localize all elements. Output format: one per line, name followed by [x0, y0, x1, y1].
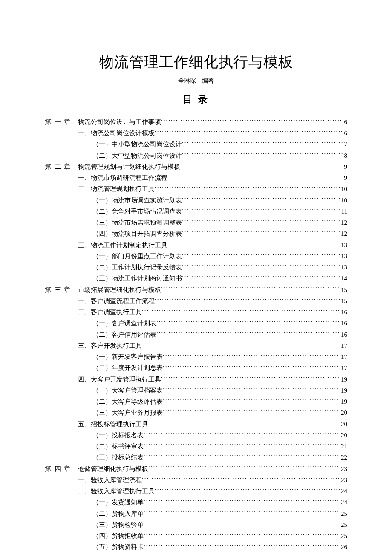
toc-leader-dots — [182, 218, 340, 225]
toc-entry-text: 一、验收入库管理流程 — [78, 474, 142, 486]
toc-entry[interactable]: 第二章物流管理规划与计划细化执行与模板9 — [45, 161, 347, 172]
toc-entry[interactable]: （五）货物资料卡26 — [45, 541, 347, 552]
toc-entry[interactable]: （三）物流工作计划商讨通知书14 — [45, 273, 347, 284]
toc-entry[interactable]: 第三章市场拓展管理细化执行与模板15 — [45, 284, 347, 295]
toc-entry[interactable]: （三）货物检验单25 — [45, 519, 347, 530]
toc-entry[interactable]: 二、验收入库管理执行工具24 — [45, 486, 347, 497]
toc-leader-dots — [148, 465, 340, 471]
toc-entry-text: （一）部门月份重点工作计划表 — [92, 251, 182, 262]
toc-page-number: 25 — [341, 530, 347, 541]
toc-page-number: 11 — [341, 206, 347, 217]
toc-entry[interactable]: （一）中小型物流公司岗位设计7 — [45, 139, 347, 150]
toc-entry-text: （二）大中型物流公司岗位设计 — [92, 150, 182, 161]
document-page: 物流管理工作细化执行与模板 全琳琛 编著 目 录 第一章物流公司岗位设计与工作事… — [0, 0, 392, 555]
toc-page-number: 8 — [344, 150, 348, 161]
toc-page-number: 20 — [341, 407, 347, 418]
toc-leader-dots — [182, 151, 343, 158]
toc-entry-text: 三、物流工作计划制定执行工具 — [78, 240, 167, 251]
toc-page-number: 7 — [344, 139, 348, 150]
toc-leader-dots — [144, 520, 340, 527]
toc-entry-text: （一）物流市场调查实施计划表 — [92, 195, 182, 206]
toc-entry-text: （三）物流工作计划商讨通知书 — [92, 273, 182, 284]
toc-leader-dots — [182, 207, 340, 214]
toc-page-number: 24 — [341, 497, 347, 508]
toc-entry-text: 一、物流市场调研流程工作流程 — [78, 172, 167, 183]
toc-entry[interactable]: 二、客户调查执行工具16 — [45, 306, 347, 318]
toc-entry[interactable]: （三）物流市场需求预测调整表12 — [45, 217, 347, 228]
toc-entry[interactable]: （一）新开发客户报告表17 — [45, 351, 347, 362]
toc-entry[interactable]: （一）物流市场调查实施计划表10 — [45, 195, 347, 206]
toc-page-number: 6 — [344, 127, 348, 139]
toc-entry[interactable]: 一、客户调查流程工作流程15 — [45, 295, 347, 306]
toc-leader-dots — [155, 487, 340, 493]
toc-page-number: 10 — [341, 195, 347, 206]
toc-page-number: 21 — [341, 441, 347, 452]
toc-entry[interactable]: （四）货物拒收单25 — [45, 530, 347, 541]
toc-heading: 目 录 — [45, 93, 347, 106]
toc-page-number: 23 — [341, 474, 347, 486]
toc-entry-text: （二）竞争对手市场情况调查表 — [92, 206, 182, 217]
toc-entry[interactable]: 五、招投标管理执行工具20 — [45, 419, 347, 430]
toc-leader-dots — [182, 263, 340, 269]
toc-entry[interactable]: （一）发货通知单24 — [45, 497, 347, 508]
toc-entry-text: （二）年度开发计划总表 — [92, 362, 163, 373]
toc-entry-text: （一）投标报名表 — [92, 430, 144, 441]
toc-entry[interactable]: （一）投标报名表20 — [45, 430, 347, 441]
document-author: 全琳琛 编著 — [45, 77, 347, 85]
toc-entry[interactable]: （二）大中型物流公司岗位设计8 — [45, 150, 347, 161]
toc-entry-text: （二）客户信用评估表 — [92, 329, 156, 340]
toc-page-number: 13 — [341, 251, 347, 262]
toc-page-number: 20 — [341, 430, 347, 441]
toc-entry[interactable]: 一、验收入库管理流程23 — [45, 474, 347, 486]
toc-entry-text: 四、大客户开发管理执行工具 — [78, 374, 161, 385]
toc-entry[interactable]: 第四章仓储管理细化执行与模板23 — [45, 463, 347, 474]
toc-entry-text: 三、客户开发执行工具 — [78, 340, 142, 351]
toc-leader-dots — [156, 330, 340, 337]
toc-leader-dots — [163, 386, 340, 393]
toc-entry[interactable]: 四、大客户开发管理执行工具19 — [45, 374, 347, 385]
toc-page-number: 25 — [341, 519, 347, 530]
toc-leader-dots — [144, 509, 340, 516]
toc-leader-dots — [167, 241, 340, 247]
toc-entry[interactable]: （二）竞争对手市场情况调查表11 — [45, 206, 347, 217]
toc-page-number: 14 — [341, 273, 347, 284]
toc-leader-dots — [182, 274, 340, 280]
toc-entry[interactable]: （三）大客户业务月报表20 — [45, 407, 347, 418]
toc-leader-dots — [163, 364, 340, 370]
toc-entry-text: （三）货物检验单 — [92, 519, 144, 530]
toc-entry[interactable]: 二、物流管理规划执行工具10 — [45, 183, 347, 194]
toc-entry-text: 二、验收入库管理执行工具 — [78, 486, 155, 497]
toc-entry[interactable]: （四）物流项目开拓调查分析表12 — [45, 228, 347, 239]
toc-page-number: 20 — [341, 419, 347, 430]
toc-entry[interactable]: （二）客户信用评估表16 — [45, 329, 347, 340]
toc-leader-dots — [142, 476, 340, 482]
toc-entry[interactable]: （二）工作计划执行记录反馈表13 — [45, 262, 347, 273]
toc-leader-dots — [180, 162, 343, 169]
toc-entry[interactable]: （二）大客户等级评估表19 — [45, 396, 347, 407]
toc-entry[interactable]: （一）大客户管理档案表19 — [45, 385, 347, 396]
toc-entry[interactable]: （二）货物入库单25 — [45, 508, 347, 519]
toc-entry[interactable]: （二）标书评审表21 — [45, 441, 347, 452]
toc-entry[interactable]: 一、物流市场调研流程工作流程9 — [45, 172, 347, 183]
toc-page-number: 16 — [341, 329, 347, 340]
toc-leader-dots — [163, 397, 340, 404]
toc-container: 第一章物流公司岗位设计与工作事项6一、物流公司岗位设计模板6（一）中小型物流公司… — [45, 116, 347, 553]
toc-entry[interactable]: （一）部门月份重点工作计划表13 — [45, 251, 347, 262]
toc-entry[interactable]: 一、物流公司岗位设计模板6 — [45, 127, 347, 139]
toc-entry-text: （一）发货通知单 — [92, 497, 144, 508]
toc-leader-dots — [163, 353, 340, 359]
toc-page-number: 12 — [341, 228, 347, 239]
toc-leader-dots — [144, 498, 340, 504]
toc-entry[interactable]: （三）投标总结表22 — [45, 452, 347, 463]
toc-leader-dots — [161, 286, 340, 292]
toc-entry[interactable]: 第一章物流公司岗位设计与工作事项6 — [45, 116, 347, 127]
toc-entry[interactable]: 三、客户开发执行工具17 — [45, 340, 347, 351]
toc-entry-text: （三）物流市场需求预测调整表 — [92, 217, 182, 228]
toc-page-number: 16 — [341, 306, 347, 318]
toc-entry[interactable]: （二）年度开发计划总表17 — [45, 362, 347, 373]
toc-page-number: 15 — [341, 295, 347, 306]
toc-entry[interactable]: 三、物流工作计划制定执行工具13 — [45, 240, 347, 251]
toc-entry[interactable]: （一）客户调查计划表16 — [45, 318, 347, 329]
toc-leader-dots — [144, 543, 340, 549]
toc-leader-dots — [163, 408, 340, 415]
